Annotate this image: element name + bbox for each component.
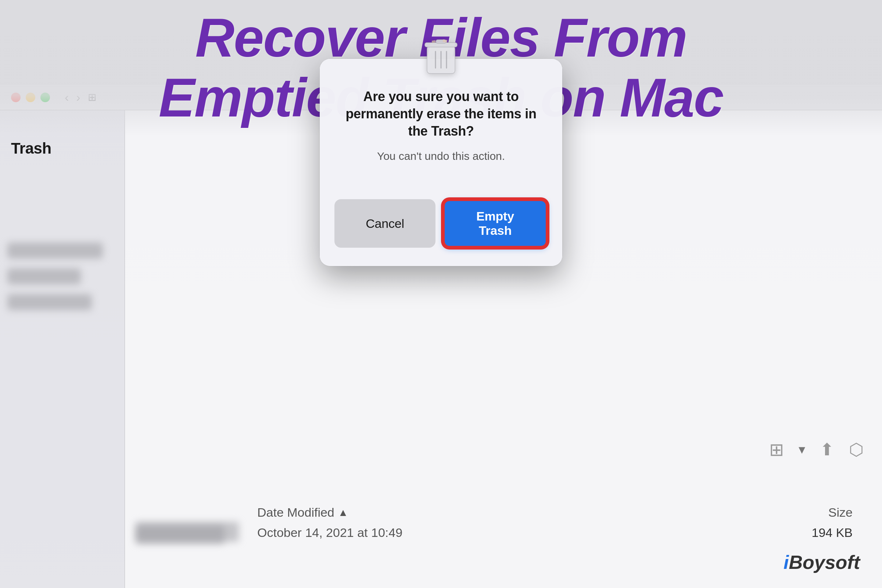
modal-heading: Are you sure you want to permanently era…	[342, 88, 540, 140]
watermark: iBoysoft	[783, 551, 860, 573]
cancel-button[interactable]: Cancel	[334, 199, 435, 248]
sidebar-blurred-1	[8, 243, 103, 259]
size-column-header: Size	[828, 506, 853, 520]
sort-indicator: Date Modified ▲	[257, 506, 348, 520]
view-options-icon[interactable]: ⊞	[769, 439, 784, 460]
modal-subtext: You can't undo this action.	[342, 150, 540, 162]
share-icon[interactable]: ⬆	[820, 440, 834, 459]
sidebar-blurred-2	[8, 268, 81, 285]
modal-buttons: Cancel Empty Trash	[320, 199, 562, 266]
trash-icon-container	[415, 26, 467, 77]
date-modified-label: Date Modified	[257, 506, 334, 520]
watermark-i: i	[783, 552, 789, 573]
file-size: 194 KB	[812, 525, 853, 540]
sidebar-blurred-3	[8, 294, 92, 310]
modal-content: Are you sure you want to permanently era…	[320, 59, 562, 199]
file-date: October 14, 2021 at 10:49	[257, 525, 402, 540]
sort-dropdown-icon[interactable]: ▾	[799, 442, 805, 457]
watermark-boysoft: Boysoft	[789, 552, 860, 573]
finder-sidebar	[0, 110, 125, 588]
right-toolbar: ⊞ ▾ ⬆ ⬡	[769, 439, 864, 460]
file-row-bottom	[136, 525, 224, 544]
empty-trash-dialog: Are you sure you want to permanently era…	[320, 59, 562, 266]
tag-icon[interactable]: ⬡	[849, 440, 864, 459]
sort-arrow-up: ▲	[338, 507, 348, 519]
empty-trash-button[interactable]: Empty Trash	[443, 199, 548, 248]
sidebar-trash-label[interactable]: Trash	[11, 140, 51, 157]
trash-can-icon	[423, 33, 459, 77]
